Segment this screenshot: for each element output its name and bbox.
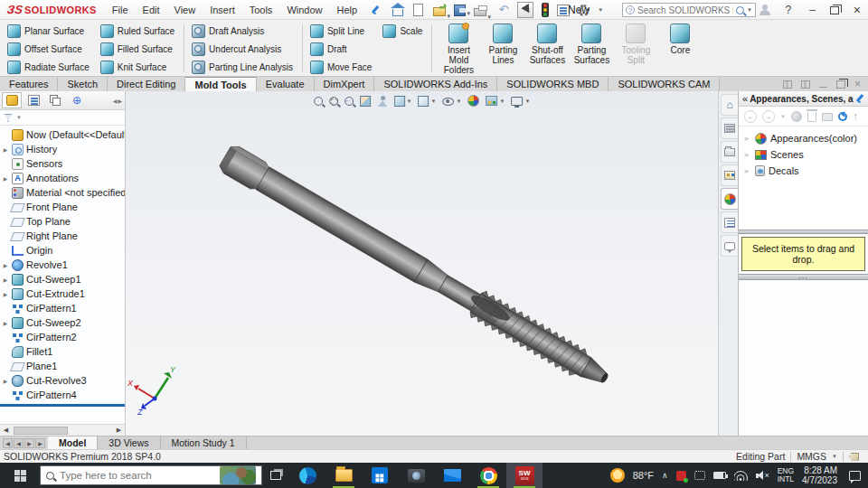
tree-item-right-plane[interactable]: Right Plane (0, 229, 125, 243)
menu-file[interactable]: File (106, 2, 135, 18)
rollback-bar[interactable] (0, 404, 125, 407)
menu-help[interactable]: Help (331, 2, 364, 18)
menu-edit[interactable]: Edit (137, 2, 166, 18)
radiate-surface-button[interactable]: Radiate Surface (5, 59, 91, 76)
previous-view-icon[interactable] (344, 97, 354, 106)
pane-splitter[interactable] (739, 230, 868, 234)
refresh-icon[interactable] (838, 112, 847, 121)
draft-button[interactable]: Draft (308, 41, 373, 58)
tree-horizontal-scrollbar[interactable]: ◀ ▶ (0, 424, 125, 436)
tree-item-cut-revolve3[interactable]: ▶Cut-Revolve3 (0, 373, 125, 388)
battery-icon[interactable] (713, 472, 726, 479)
pin-menu-icon[interactable] (371, 5, 380, 14)
help-search-box[interactable]: ? ▼ (622, 3, 756, 17)
expand-arrow-icon[interactable]: ▶ (2, 320, 9, 326)
parting-lines-button[interactable]: Parting Lines (482, 23, 524, 65)
tray-device-icon[interactable] (694, 471, 705, 480)
tree-item-sensors[interactable]: Sensors (0, 156, 125, 171)
prev-tab-icon[interactable]: ◀ (14, 438, 24, 448)
scale-button[interactable]: Scale (381, 23, 424, 40)
shut-off-surfaces-button[interactable]: Shut-off Surfaces (526, 23, 568, 65)
insert-mold-folders-button[interactable]: Insert Mold Folders (438, 23, 479, 75)
filter-dropdown-icon[interactable]: ▼ (16, 115, 22, 120)
menu-insert[interactable]: Insert (203, 2, 241, 18)
decals-item[interactable]: >Decals (739, 163, 868, 179)
menu-window[interactable]: Window (280, 2, 328, 18)
mail-app-button[interactable] (434, 463, 470, 488)
search-dropdown-icon[interactable]: ▼ (747, 7, 752, 13)
tree-item-cirpattern2[interactable]: CirPattern2 (0, 330, 125, 344)
clock[interactable]: 8:28 AM 4/7/2023 (802, 465, 837, 485)
graphics-viewport[interactable]: X Y Z ▼ ▼ (126, 91, 718, 436)
expand-arrow-icon[interactable]: ▶ (2, 175, 9, 182)
delete-appearance-icon[interactable] (807, 112, 816, 122)
tab-model[interactable]: Model (48, 436, 98, 449)
tab-motion-study-1[interactable]: Motion Study 1 (161, 436, 247, 449)
file-explorer-icon[interactable] (721, 141, 738, 163)
wifi-icon[interactable] (734, 471, 748, 481)
back-icon[interactable]: ← (744, 110, 757, 123)
chevron-collapse-icon[interactable]: « (742, 93, 748, 104)
units-selector[interactable]: MMGS (797, 451, 826, 462)
pane-splitter-handle[interactable]: ... (739, 274, 868, 280)
knit-surface-button[interactable]: Knit Surface (99, 59, 176, 76)
pane-toggle-left-icon[interactable] (783, 80, 792, 89)
parting-line-analysis-button[interactable]: Parting Line Analysis (190, 59, 295, 76)
view-orientation-icon[interactable]: ▼ (394, 96, 412, 107)
help-button[interactable]: ? (781, 4, 795, 16)
save-icon[interactable]: ▼ (454, 5, 466, 16)
open-icon[interactable]: ▼ (433, 7, 446, 16)
expand-arrow-icon[interactable]: ▶ (2, 291, 9, 297)
split-line-button[interactable]: Split Line (308, 23, 373, 40)
tab-direct-editing[interactable]: Direct Editing (108, 77, 185, 91)
scroll-left-icon[interactable]: ◀ (0, 427, 12, 434)
temperature-text[interactable]: 88°F (633, 470, 654, 481)
last-tab-icon[interactable]: ▶ (35, 438, 45, 448)
tree-item-plane1[interactable]: Plane1 (0, 359, 125, 373)
close-button[interactable]: × (850, 3, 864, 17)
filled-surface-button[interactable]: Filled Surface (99, 41, 176, 58)
tree-item-fillet1[interactable]: Fillet1 (0, 344, 125, 359)
solidworks-app-button[interactable]: SW2018 (506, 463, 542, 488)
core-button[interactable]: Core (659, 23, 701, 55)
tree-item-revolve1[interactable]: ▶Revolve1 (0, 258, 125, 272)
tab-solidworks-add-ins[interactable]: SOLIDWORKS Add-Ins (374, 77, 497, 91)
scrollbar-thumb[interactable] (14, 427, 68, 435)
tab-scroll-arrows[interactable]: ◀▶ (113, 98, 123, 104)
custom-properties-tag-icon[interactable] (849, 453, 859, 461)
scenes-item[interactable]: >Scenes (739, 146, 868, 163)
viewport-canvas[interactable]: X Y Z (126, 91, 718, 436)
start-button[interactable] (0, 463, 40, 488)
forward-dropdown-icon[interactable]: ▼ (780, 114, 786, 119)
tree-root-item[interactable]: Now (Default<<Default>_Dis (0, 127, 125, 142)
tray-expand-icon[interactable]: ∧ (662, 471, 668, 480)
undo-icon[interactable]: ↷ (495, 3, 509, 17)
expand-arrow-icon[interactable]: ▶ (2, 262, 9, 268)
undercut-analysis-button[interactable]: Undercut Analysis (190, 41, 295, 58)
menu-view[interactable]: View (168, 2, 203, 18)
volume-muted-icon[interactable]: × (756, 471, 769, 481)
zoom-to-area-icon[interactable] (329, 97, 338, 106)
apply-scene-icon[interactable]: ▼ (486, 96, 505, 106)
propertymanager-tab[interactable] (24, 92, 43, 108)
edit-appearance-icon[interactable] (467, 95, 479, 107)
draft-analysis-button[interactable]: Draft Analysis (190, 23, 295, 40)
solidworks-tray-icon[interactable] (676, 471, 686, 481)
tab-solidworks-mbd[interactable]: SOLIDWORKS MBD (497, 77, 609, 91)
featuremanager-tab[interactable] (2, 92, 22, 108)
display-style-icon[interactable]: ▼ (419, 96, 437, 107)
tree-item-history[interactable]: ▶History (0, 142, 125, 156)
design-library-icon[interactable] (721, 117, 738, 139)
help-search-input[interactable] (637, 5, 733, 15)
scroll-right-icon[interactable]: ▶ (113, 427, 125, 434)
hide-show-items-icon[interactable]: ▼ (443, 97, 462, 106)
chevron-right-icon[interactable]: > (744, 135, 751, 143)
expand-arrow-icon[interactable]: ▶ (2, 146, 9, 153)
tree-item-cirpattern4[interactable]: CirPattern4 (0, 388, 125, 402)
tree-item-cut-sweep1[interactable]: ▶Cut-Sweep1 (0, 272, 125, 286)
tree-item-cirpattern1[interactable]: CirPattern1 (0, 301, 125, 315)
select-tool-icon[interactable] (517, 2, 533, 18)
tree-filter-row[interactable]: ▼ (0, 110, 125, 126)
chrome-app-button[interactable] (470, 463, 506, 488)
tree-item-front-plane[interactable]: Front Plane (0, 200, 125, 214)
